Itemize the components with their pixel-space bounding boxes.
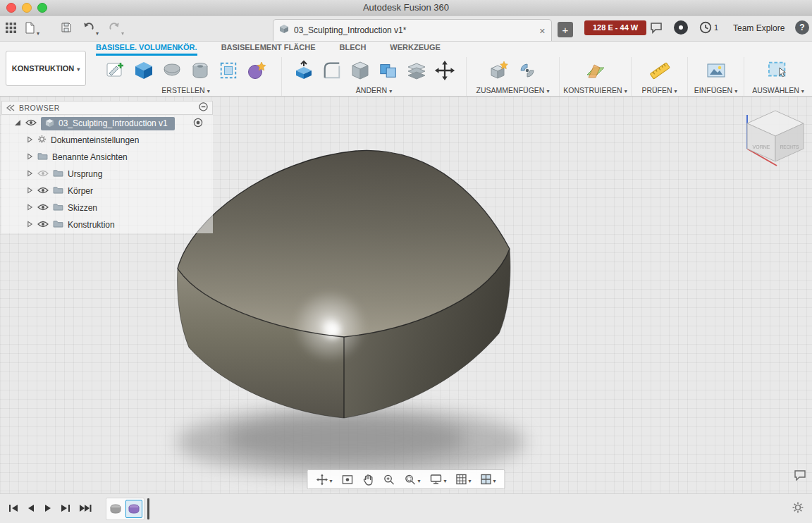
erstellen-dropdown[interactable]: ERSTELLEN <box>161 86 209 94</box>
browser-row-skizzen[interactable]: Skizzen <box>1 199 213 216</box>
create-form-button[interactable] <box>245 59 269 82</box>
save-button[interactable] <box>61 22 72 36</box>
workspace-selector[interactable]: KONSTRUKTION <box>6 51 86 86</box>
create-sketch-button[interactable] <box>104 59 128 82</box>
tab-blech[interactable]: BLECH <box>339 43 366 56</box>
insert-image-button[interactable] <box>704 59 728 82</box>
redo-button[interactable] <box>109 22 120 36</box>
collapse-all-icon[interactable] <box>199 101 208 114</box>
redo-caret-icon[interactable] <box>121 25 124 38</box>
einfuegen-dropdown[interactable]: EINFÜGEN <box>694 86 737 94</box>
combine-button[interactable] <box>376 59 400 82</box>
view-cube[interactable]: VORNE RECHTS <box>737 105 809 173</box>
job-status-clock-icon[interactable] <box>699 21 712 37</box>
orbit-button[interactable] <box>316 473 332 486</box>
expand-icon[interactable] <box>27 220 33 230</box>
step-forward-button[interactable] <box>61 503 70 515</box>
measure-button[interactable] <box>648 59 672 82</box>
pattern-button[interactable] <box>216 59 240 82</box>
browser-row-dokumenteinstellungen[interactable]: Dokumenteinstellungen <box>1 132 213 149</box>
window-controls <box>6 3 47 13</box>
undo-caret-icon[interactable] <box>96 25 99 38</box>
expand-icon[interactable] <box>27 169 33 179</box>
box-primitive-button[interactable] <box>132 59 156 82</box>
move-button[interactable] <box>433 59 457 82</box>
new-tab-button[interactable] <box>558 22 573 37</box>
zoom-window-button[interactable] <box>37 3 47 13</box>
go-to-end-button[interactable] <box>79 503 92 515</box>
aendern-dropdown[interactable]: ÄNDERN <box>356 86 392 94</box>
display-settings-button[interactable] <box>429 473 446 486</box>
fit-button[interactable] <box>404 473 420 486</box>
close-tab-icon[interactable] <box>539 24 546 37</box>
active-document-chip[interactable]: 03_Sculpting_Introduction v1 <box>41 117 175 130</box>
browser-header: BROWSER <box>1 101 213 115</box>
construction-plane-button[interactable] <box>584 59 608 82</box>
app-launcher-icon[interactable] <box>6 23 16 36</box>
timeline-position-marker[interactable] <box>147 498 149 519</box>
viewports-caret-icon <box>493 473 496 486</box>
look-at-button[interactable] <box>341 474 353 485</box>
rounded-form-button[interactable] <box>160 59 184 82</box>
konstruieren-dropdown[interactable]: KONSTRUIEREN <box>563 86 627 94</box>
browser-row-ursprung[interactable]: Ursprung <box>1 166 213 183</box>
new-component-button[interactable] <box>487 59 511 82</box>
file-menu-caret-icon[interactable] <box>37 25 39 38</box>
pan-hand-button[interactable] <box>362 474 374 486</box>
browser-root-row[interactable]: 03_Sculpting_Introduction v1 <box>1 115 213 132</box>
undo-button[interactable] <box>83 22 94 36</box>
step-back-button[interactable] <box>27 503 35 515</box>
pruefen-dropdown[interactable]: PRÜFEN <box>641 86 677 94</box>
auswaehlen-dropdown[interactable]: AUSWÄHLEN <box>752 86 804 94</box>
tab-basisele-volumenkoer[interactable]: BASISELE. VOLUMENKÖR. <box>96 43 197 56</box>
visibility-eye-icon[interactable] <box>37 186 49 196</box>
row-label: Konstruktion <box>68 220 115 230</box>
row-label: Dokumenteinstellungen <box>51 135 139 145</box>
split-body-button[interactable] <box>405 59 429 82</box>
visibility-eye-icon[interactable] <box>37 203 49 213</box>
tab-basiselement-flaeche[interactable]: BASISELEMENT FLÄCHE <box>221 43 316 56</box>
tab-werkzeuge[interactable]: WERKZEUGE <box>390 43 441 56</box>
visibility-eye-icon[interactable] <box>37 220 49 230</box>
viewport-canvas[interactable]: VORNE RECHTS BROWSER 03_Sculpting_Introd… <box>0 97 812 493</box>
select-button[interactable] <box>766 59 790 82</box>
notifications-icon[interactable] <box>674 20 688 35</box>
error-warning-badge[interactable]: 128 E - 44 W <box>584 20 646 35</box>
visibility-eye-off-icon[interactable] <box>37 169 49 179</box>
app-toolbar: 03_Sculpting_Introduction v1* 128 E - 44… <box>0 15 812 42</box>
grid-snap-button[interactable] <box>456 473 472 486</box>
expand-icon[interactable] <box>27 152 33 162</box>
browser-row-koerper[interactable]: Körper <box>1 183 213 199</box>
browser-row-konstruktion[interactable]: Konstruktion <box>1 216 213 233</box>
expand-root-icon[interactable] <box>14 118 21 128</box>
shell-button[interactable] <box>348 59 372 82</box>
joint-button[interactable] <box>515 59 539 82</box>
collapse-panel-icon[interactable] <box>6 101 15 114</box>
root-visibility-eye-icon[interactable] <box>25 118 37 128</box>
document-tab[interactable]: 03_Sculpting_Introduction v1* <box>273 19 552 41</box>
cylinder-primitive-button[interactable] <box>188 59 212 82</box>
browser-row-benannte-ansichten[interactable]: Benannte Ansichten <box>1 149 213 166</box>
press-pull-button[interactable] <box>292 59 316 82</box>
expand-icon[interactable] <box>27 203 33 213</box>
timeline-settings-gear-icon[interactable] <box>792 502 804 516</box>
canvas-comment-icon[interactable] <box>794 469 806 484</box>
zoom-button[interactable] <box>383 474 395 486</box>
go-to-start-button[interactable] <box>8 503 18 515</box>
ribbon-groups: ERSTELLEN ÄNDERN ZUSAMMENFÜGEN <box>90 57 812 96</box>
close-window-button[interactable] <box>6 3 16 13</box>
file-menu-icon[interactable] <box>24 22 35 37</box>
expand-icon[interactable] <box>27 135 33 145</box>
comments-icon[interactable] <box>650 22 663 37</box>
timeline-feature-form-edit[interactable] <box>125 500 142 518</box>
minimize-window-button[interactable] <box>22 3 32 13</box>
expand-icon[interactable] <box>27 186 33 196</box>
help-button[interactable]: ? <box>795 20 809 35</box>
zusammenfuegen-dropdown[interactable]: ZUSAMMENFÜGEN <box>476 86 550 94</box>
activate-component-radio[interactable] <box>193 118 203 130</box>
viewports-button[interactable] <box>481 473 496 486</box>
timeline-feature-form-base[interactable] <box>108 500 123 517</box>
play-button[interactable] <box>44 503 52 515</box>
fillet-button[interactable] <box>320 59 344 82</box>
team-explore-label[interactable]: Team Explore <box>733 23 785 33</box>
